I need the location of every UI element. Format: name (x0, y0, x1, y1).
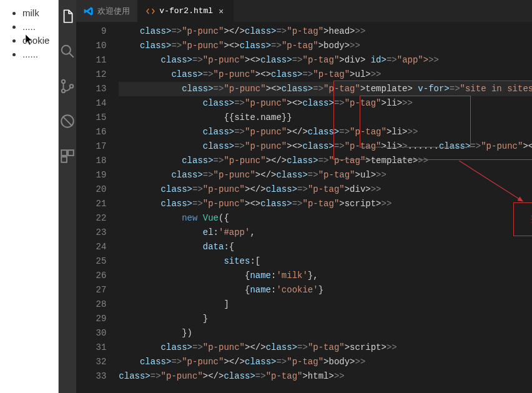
tab-label: 欢迎使用 (97, 6, 130, 17)
list-item: ...... (22, 47, 49, 61)
list-item: cookie (22, 34, 49, 47)
tab-label: v-for2.html (159, 6, 213, 16)
browser-output-panel: milk ..... cookie ...... (0, 0, 59, 393)
svg-point-2 (62, 80, 65, 83)
explorer-icon[interactable] (59, 7, 76, 25)
search-icon[interactable] (59, 42, 76, 60)
code-content[interactable]: class>=>"p-punc"></>class>=>"p-tag">head… (119, 22, 532, 393)
svg-point-3 (62, 89, 65, 92)
output-list: milk ..... cookie ...... (9, 6, 49, 61)
source-control-icon[interactable] (59, 77, 76, 95)
html-file-icon (145, 6, 155, 16)
list-item: milk (22, 6, 49, 20)
svg-point-4 (70, 84, 73, 87)
svg-rect-8 (68, 150, 74, 156)
editor-area: 欢迎使用 v-for2.html ✕ 910111213141516171819… (76, 0, 532, 393)
svg-line-1 (70, 53, 74, 57)
vscode-icon (84, 6, 94, 16)
tab-vfor2[interactable]: v-for2.html ✕ (138, 0, 234, 22)
line-gutter: 9101112131415161718192021222324252627282… (76, 22, 119, 393)
extensions-icon[interactable] (59, 147, 76, 165)
svg-rect-7 (62, 150, 67, 156)
activity-bar (59, 0, 76, 393)
tab-welcome[interactable]: 欢迎使用 (76, 0, 138, 22)
svg-line-6 (63, 116, 72, 126)
svg-rect-9 (62, 157, 67, 162)
list-item: ..... (22, 20, 49, 34)
svg-point-0 (62, 46, 71, 54)
code-editor[interactable]: 9101112131415161718192021222324252627282… (76, 22, 532, 393)
debug-icon[interactable] (59, 112, 76, 130)
tab-bar: 欢迎使用 v-for2.html ✕ (76, 0, 532, 22)
close-icon[interactable]: ✕ (217, 7, 225, 16)
